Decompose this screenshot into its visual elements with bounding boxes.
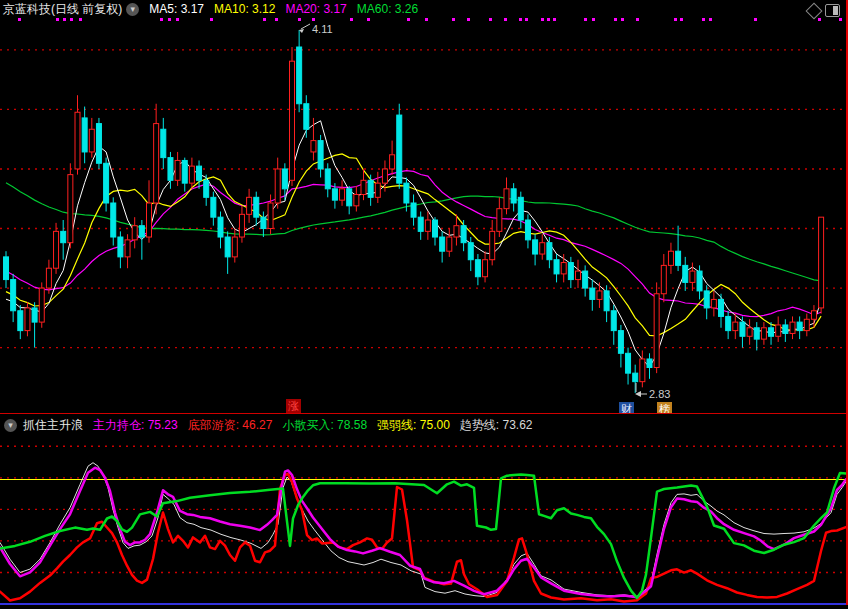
stock-title: 京蓝科技(日线 前复权)	[3, 0, 122, 18]
diamond-marker-icon[interactable]	[806, 2, 823, 19]
indicator-chart[interactable]	[0, 438, 848, 604]
dibu-value: 底部游资: 46.27	[188, 417, 273, 434]
chevron-down-icon[interactable]: ▾	[126, 3, 139, 16]
svg-text:2.83: 2.83	[649, 388, 670, 400]
chevron-down-icon[interactable]: ▾	[4, 419, 17, 432]
svg-text:4.11: 4.11	[312, 23, 333, 35]
indicator-name: 抓住主升浪	[23, 417, 83, 434]
bottom-scrollbar-line[interactable]	[0, 603, 848, 605]
chart-corner-tools	[808, 4, 840, 17]
ma5-value: MA5: 3.17	[149, 0, 204, 18]
xiaosan-value: 小散买入: 78.58	[282, 417, 367, 434]
indicator-header: ▾ 抓住主升浪 主力持仓: 75.23 底部游资: 46.27 小散买入: 78…	[0, 414, 848, 437]
main-chart-header: 京蓝科技(日线 前复权) ▾ MA5: 3.17 MA10: 3.12 MA20…	[0, 0, 848, 18]
main-chart[interactable]: 4.112.83	[0, 18, 848, 413]
zhang-marker-badge[interactable]: 涨	[286, 399, 301, 414]
split-pane-icon[interactable]	[825, 4, 840, 17]
qiangruo-value: 强弱线: 75.00	[377, 417, 450, 434]
zhuli-value: 主力持仓: 75.23	[93, 417, 178, 434]
stock-app-window: 京蓝科技(日线 前复权) ▾ MA5: 3.17 MA10: 3.12 MA20…	[0, 0, 848, 609]
ma20-value: MA20: 3.17	[285, 0, 346, 18]
ma10-value: MA10: 3.12	[214, 0, 275, 18]
qushi-value: 趋势线: 73.62	[460, 417, 533, 434]
ma60-value: MA60: 3.26	[357, 0, 418, 18]
